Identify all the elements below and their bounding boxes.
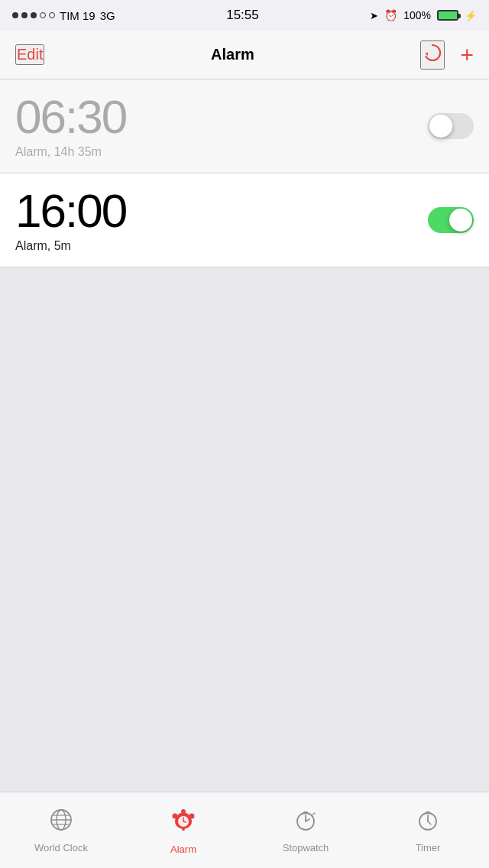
timer-label: Timer <box>416 842 441 853</box>
refresh-icon <box>422 42 443 63</box>
timer-icon <box>416 808 440 837</box>
stopwatch-label: Stopwatch <box>283 842 329 853</box>
svg-point-7 <box>181 809 186 814</box>
stopwatch-icon <box>293 808 318 837</box>
alarm-item-1[interactable]: 06:30 Alarm, 14h 35m <box>0 79 489 173</box>
status-left: TIM 19 3G <box>12 9 115 22</box>
charging-icon: ⚡ <box>465 10 477 21</box>
alarm-label-2: Alarm, 5m <box>15 239 126 253</box>
status-right: ➤ ⏰ 100% ⚡ <box>370 9 477 21</box>
alarm-label-1: Alarm, 14h 35m <box>15 145 126 159</box>
svg-line-19 <box>313 813 315 815</box>
status-bar: TIM 19 3G 15:55 ➤ ⏰ 100% ⚡ <box>0 0 489 31</box>
alarm-time-1: 06:30 <box>15 93 126 141</box>
signal-dot-1 <box>12 12 18 18</box>
signal-dots <box>12 12 55 18</box>
signal-dot-4 <box>40 12 46 18</box>
battery-icon <box>437 10 458 21</box>
alarm-time-2: 16:00 <box>15 187 126 235</box>
tab-bar: World Clock <box>0 792 489 868</box>
svg-marker-0 <box>426 52 429 56</box>
carrier-label: TIM 19 <box>60 9 96 22</box>
svg-rect-23 <box>426 811 430 814</box>
location-icon: ➤ <box>370 10 378 21</box>
svg-point-11 <box>173 813 178 818</box>
content-area: 06:30 Alarm, 14h 35m 16:00 Alarm, 5m <box>0 79 489 792</box>
nav-actions: + <box>420 40 474 70</box>
toggle-knob-1 <box>429 115 452 138</box>
battery-percent: 100% <box>403 9 431 21</box>
svg-point-12 <box>189 813 195 818</box>
alarm-item-1-left: 06:30 Alarm, 14h 35m <box>15 93 126 159</box>
alarm-toggle-1[interactable] <box>428 113 474 139</box>
alarm-tab-label: Alarm <box>170 844 196 855</box>
add-alarm-button[interactable]: + <box>460 42 474 68</box>
edit-button[interactable]: Edit <box>15 44 44 65</box>
tab-world-clock[interactable]: World Clock <box>0 808 122 853</box>
alarm-item-2-left: 16:00 Alarm, 5m <box>15 187 126 253</box>
svg-line-22 <box>428 821 431 824</box>
signal-dot-3 <box>31 12 37 18</box>
svg-point-18 <box>305 812 306 814</box>
network-label: 3G <box>100 9 115 22</box>
toggle-knob-2 <box>449 209 472 232</box>
svg-rect-13 <box>182 828 185 831</box>
nav-bar: Edit Alarm + <box>0 31 489 79</box>
status-time: 15:55 <box>226 8 259 23</box>
world-clock-icon <box>49 808 73 837</box>
world-clock-label: World Clock <box>34 842 88 853</box>
alarm-status-icon: ⏰ <box>384 9 397 21</box>
signal-dot-2 <box>21 12 28 18</box>
svg-line-10 <box>183 821 186 822</box>
alarm-toggle-2[interactable] <box>428 207 474 233</box>
tab-stopwatch[interactable]: Stopwatch <box>244 808 367 853</box>
page-title: Alarm <box>211 46 254 63</box>
refresh-button[interactable] <box>420 40 445 70</box>
tab-alarm[interactable]: Alarm <box>122 806 244 855</box>
empty-space <box>0 267 489 792</box>
alarm-icon <box>170 806 197 839</box>
tab-timer[interactable]: Timer <box>367 808 489 853</box>
battery-fill <box>439 11 457 19</box>
signal-dot-5 <box>49 12 55 18</box>
alarm-item-2[interactable]: 16:00 Alarm, 5m <box>0 173 489 267</box>
